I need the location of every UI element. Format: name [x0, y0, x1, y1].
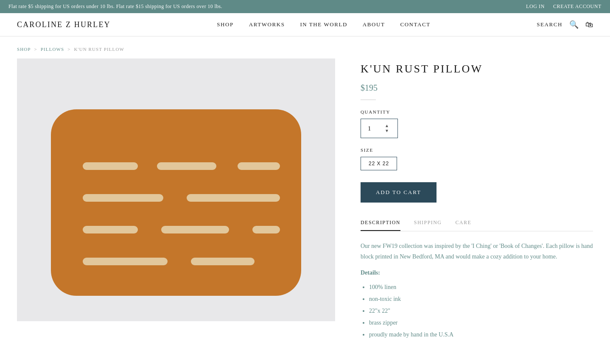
cart-icon[interactable]: 🛍	[585, 20, 593, 29]
product-tabs: DESCRIPTION SHIPPING CARE	[361, 220, 593, 231]
quantity-up[interactable]: ▲	[383, 123, 391, 128]
nav-artworks[interactable]: ARTWORKS	[249, 21, 285, 28]
detail-size: 22"x 22"	[369, 305, 593, 317]
breadcrumb-shop[interactable]: SHOP	[17, 47, 31, 52]
details-list: 100% linen non-toxic ink 22"x 22" brass …	[361, 281, 593, 341]
detail-linen: 100% linen	[369, 281, 593, 293]
svg-rect-7	[83, 226, 138, 233]
detail-zipper: brass zipper	[369, 317, 593, 329]
quantity-display: 1 ▲ ▼	[361, 119, 398, 138]
nav-in-the-world[interactable]: IN THE WORLD	[300, 21, 347, 28]
banner-message: Flat rate $5 shipping for US orders unde…	[8, 3, 222, 10]
product-details: K'UN RUST PILLOW $195 QUANTITY 1 ▲ ▼ SIZ…	[361, 58, 593, 341]
add-to-cart-button[interactable]: ADD TO CART	[361, 182, 437, 203]
svg-rect-3	[157, 162, 216, 170]
svg-rect-8	[161, 226, 229, 233]
product-description: Our new FW19 collection was inspired by …	[361, 241, 593, 262]
quantity-label: QUANTITY	[361, 109, 593, 114]
nav-shop[interactable]: SHOP	[217, 21, 233, 28]
breadcrumb-current: K'UN RUST PILLOW	[74, 47, 124, 52]
main-content: K'UN RUST PILLOW $195 QUANTITY 1 ▲ ▼ SIZ…	[0, 58, 610, 364]
top-banner: Flat rate $5 shipping for US orders unde…	[0, 0, 610, 13]
breadcrumb-sep1: >	[34, 47, 37, 52]
svg-rect-2	[83, 162, 138, 170]
quantity-down[interactable]: ▼	[383, 128, 391, 133]
quantity-value: 1	[368, 125, 371, 132]
details-heading: Details:	[361, 270, 593, 276]
nav-contact[interactable]: CONTACT	[400, 21, 430, 28]
breadcrumb-sep2: >	[67, 47, 70, 52]
svg-rect-4	[238, 162, 280, 170]
size-label: SIZE	[361, 147, 593, 153]
svg-rect-11	[191, 258, 255, 265]
search-icon[interactable]: 🔍	[569, 20, 579, 29]
search-label[interactable]: SEARCH	[537, 21, 562, 28]
product-price: $195	[361, 83, 593, 93]
tab-description[interactable]: DESCRIPTION	[361, 220, 400, 231]
header-right: SEARCH 🔍 🛍	[537, 20, 593, 29]
detail-ink: non-toxic ink	[369, 293, 593, 305]
breadcrumb: SHOP > PILLOWS > K'UN RUST PILLOW	[0, 36, 610, 58]
tab-shipping[interactable]: SHIPPING	[414, 220, 442, 231]
quantity-wrapper: 1 ▲ ▼	[361, 119, 593, 138]
logo[interactable]: CAROLINE Z HURLEY	[17, 20, 111, 29]
tab-care[interactable]: CARE	[455, 220, 471, 231]
detail-made: proudly made by hand in the U.S.A	[369, 329, 593, 341]
divider	[361, 100, 376, 100]
product-image	[17, 58, 335, 321]
size-options: 22 X 22	[361, 157, 593, 170]
nav-about[interactable]: ABOUT	[363, 21, 385, 28]
header: CAROLINE Z HURLEY SHOP ARTWORKS IN THE W…	[0, 13, 610, 36]
quantity-spinners: ▲ ▼	[383, 123, 391, 133]
svg-rect-6	[187, 194, 280, 202]
svg-rect-5	[83, 194, 163, 202]
svg-rect-1	[51, 109, 301, 296]
main-nav: SHOP ARTWORKS IN THE WORLD ABOUT CONTACT	[217, 21, 430, 28]
banner-links: LOG IN CREATE ACCOUNT	[526, 3, 602, 10]
log-in-link[interactable]: LOG IN	[526, 3, 545, 10]
svg-rect-10	[83, 258, 168, 265]
create-account-link[interactable]: CREATE ACCOUNT	[553, 3, 602, 10]
size-22x22[interactable]: 22 X 22	[361, 157, 397, 170]
svg-rect-9	[252, 226, 280, 233]
breadcrumb-pillows[interactable]: PILLOWS	[41, 47, 64, 52]
product-title: K'UN RUST PILLOW	[361, 63, 593, 75]
